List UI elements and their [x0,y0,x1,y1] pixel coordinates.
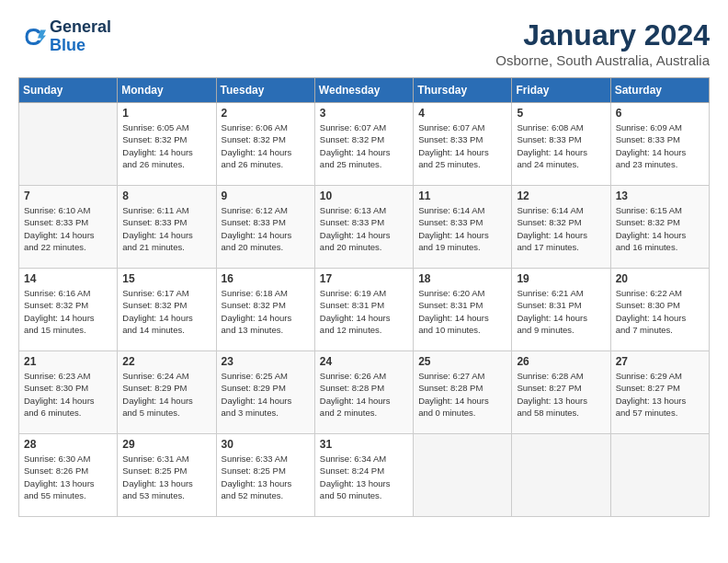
day-info: Sunrise: 6:34 AM Sunset: 8:24 PM Dayligh… [320,453,408,501]
calendar-cell: 3Sunrise: 6:07 AM Sunset: 8:32 PM Daylig… [314,103,413,186]
day-number: 17 [320,272,408,285]
day-number: 5 [517,107,605,120]
day-info: Sunrise: 6:17 AM Sunset: 8:32 PM Dayligh… [122,287,210,336]
day-info: Sunrise: 6:06 AM Sunset: 8:32 PM Dayligh… [222,121,310,170]
calendar-table: SundayMondayTuesdayWednesdayThursdayFrid… [18,77,710,517]
day-number: 10 [320,190,408,202]
calendar-cell: 26Sunrise: 6:28 AM Sunset: 8:27 PM Dayli… [512,351,610,434]
calendar-cell: 29Sunrise: 6:31 AM Sunset: 8:25 PM Dayli… [118,434,216,517]
day-number: 7 [24,190,112,202]
calendar-week-row: 14Sunrise: 6:16 AM Sunset: 8:32 PM Dayli… [19,269,710,351]
day-number: 30 [222,438,310,451]
day-number: 28 [24,438,112,451]
day-info: Sunrise: 6:21 AM Sunset: 8:31 PM Dayligh… [517,287,605,336]
day-info: Sunrise: 6:16 AM Sunset: 8:32 PM Dayligh… [24,287,112,336]
day-number: 19 [517,272,605,285]
day-number: 4 [418,107,506,120]
weekday-header: Monday [118,78,216,103]
day-info: Sunrise: 6:19 AM Sunset: 8:31 PM Dayligh… [320,287,408,336]
day-info: Sunrise: 6:14 AM Sunset: 8:33 PM Dayligh… [418,204,506,253]
weekday-header: Sunday [19,78,118,103]
calendar-week-row: 7Sunrise: 6:10 AM Sunset: 8:33 PM Daylig… [19,186,710,269]
weekday-header: Friday [512,78,610,103]
day-info: Sunrise: 6:22 AM Sunset: 8:30 PM Dayligh… [616,287,704,336]
day-info: Sunrise: 6:15 AM Sunset: 8:32 PM Dayligh… [616,204,704,253]
day-number: 12 [517,190,605,202]
day-info: Sunrise: 6:05 AM Sunset: 8:32 PM Dayligh… [122,121,210,170]
day-info: Sunrise: 6:07 AM Sunset: 8:33 PM Dayligh… [418,121,506,170]
day-info: Sunrise: 6:13 AM Sunset: 8:33 PM Dayligh… [320,204,408,253]
calendar-cell: 6Sunrise: 6:09 AM Sunset: 8:33 PM Daylig… [610,103,709,186]
day-info: Sunrise: 6:07 AM Sunset: 8:32 PM Dayligh… [320,121,408,170]
logo: General Blue [18,18,111,55]
day-number: 24 [320,355,408,368]
calendar-cell: 13Sunrise: 6:15 AM Sunset: 8:32 PM Dayli… [610,186,709,269]
day-info: Sunrise: 6:28 AM Sunset: 8:27 PM Dayligh… [517,370,605,419]
calendar-week-row: 21Sunrise: 6:23 AM Sunset: 8:30 PM Dayli… [19,351,710,434]
calendar-cell: 16Sunrise: 6:18 AM Sunset: 8:32 PM Dayli… [216,269,314,351]
calendar-cell: 25Sunrise: 6:27 AM Sunset: 8:28 PM Dayli… [414,351,512,434]
weekday-header: Saturday [610,78,709,103]
calendar-cell: 30Sunrise: 6:33 AM Sunset: 8:25 PM Dayli… [216,434,314,517]
calendar-cell: 7Sunrise: 6:10 AM Sunset: 8:33 PM Daylig… [19,186,118,269]
calendar-cell: 17Sunrise: 6:19 AM Sunset: 8:31 PM Dayli… [314,269,413,351]
day-info: Sunrise: 6:12 AM Sunset: 8:33 PM Dayligh… [222,204,310,253]
day-info: Sunrise: 6:33 AM Sunset: 8:25 PM Dayligh… [222,453,310,501]
calendar-cell: 14Sunrise: 6:16 AM Sunset: 8:32 PM Dayli… [19,269,118,351]
calendar-cell [19,103,118,186]
calendar-cell: 24Sunrise: 6:26 AM Sunset: 8:28 PM Dayli… [314,351,413,434]
day-number: 18 [418,272,506,285]
day-number: 16 [222,272,310,285]
day-number: 21 [24,355,112,368]
day-number: 3 [320,107,408,120]
day-info: Sunrise: 6:14 AM Sunset: 8:32 PM Dayligh… [517,204,605,253]
day-info: Sunrise: 6:29 AM Sunset: 8:27 PM Dayligh… [616,370,704,419]
day-info: Sunrise: 6:11 AM Sunset: 8:33 PM Dayligh… [122,204,210,253]
day-number: 29 [122,438,210,451]
calendar-cell: 22Sunrise: 6:24 AM Sunset: 8:29 PM Dayli… [118,351,216,434]
day-info: Sunrise: 6:31 AM Sunset: 8:25 PM Dayligh… [122,453,210,501]
calendar-cell: 11Sunrise: 6:14 AM Sunset: 8:33 PM Dayli… [414,186,512,269]
day-number: 11 [418,190,506,202]
weekday-header: Thursday [414,78,512,103]
day-number: 15 [122,272,210,285]
day-info: Sunrise: 6:09 AM Sunset: 8:33 PM Dayligh… [616,121,704,170]
calendar-week-row: 28Sunrise: 6:30 AM Sunset: 8:26 PM Dayli… [19,434,710,517]
logo-text: General Blue [50,18,111,55]
day-number: 9 [222,190,310,202]
day-number: 26 [517,355,605,368]
weekday-header: Tuesday [216,78,314,103]
calendar-cell: 8Sunrise: 6:11 AM Sunset: 8:33 PM Daylig… [118,186,216,269]
calendar-cell: 2Sunrise: 6:06 AM Sunset: 8:32 PM Daylig… [216,103,314,186]
calendar-cell [610,434,709,517]
day-info: Sunrise: 6:20 AM Sunset: 8:31 PM Dayligh… [418,287,506,336]
calendar-header-row: SundayMondayTuesdayWednesdayThursdayFrid… [19,78,710,103]
calendar-cell: 23Sunrise: 6:25 AM Sunset: 8:29 PM Dayli… [216,351,314,434]
day-info: Sunrise: 6:08 AM Sunset: 8:33 PM Dayligh… [517,121,605,170]
day-number: 22 [122,355,210,368]
day-number: 31 [320,438,408,451]
calendar-cell [414,434,512,517]
calendar-cell: 15Sunrise: 6:17 AM Sunset: 8:32 PM Dayli… [118,269,216,351]
calendar-cell: 12Sunrise: 6:14 AM Sunset: 8:32 PM Dayli… [512,186,610,269]
location: Osborne, South Australia, Australia [495,52,710,68]
day-info: Sunrise: 6:23 AM Sunset: 8:30 PM Dayligh… [24,370,112,419]
calendar-body: 1Sunrise: 6:05 AM Sunset: 8:32 PM Daylig… [19,103,710,517]
calendar-cell: 19Sunrise: 6:21 AM Sunset: 8:31 PM Dayli… [512,269,610,351]
calendar-cell: 9Sunrise: 6:12 AM Sunset: 8:33 PM Daylig… [216,186,314,269]
calendar-cell: 10Sunrise: 6:13 AM Sunset: 8:33 PM Dayli… [314,186,413,269]
day-info: Sunrise: 6:24 AM Sunset: 8:29 PM Dayligh… [122,370,210,419]
calendar-cell: 28Sunrise: 6:30 AM Sunset: 8:26 PM Dayli… [19,434,118,517]
day-number: 14 [24,272,112,285]
calendar-cell: 21Sunrise: 6:23 AM Sunset: 8:30 PM Dayli… [19,351,118,434]
day-number: 2 [222,107,310,120]
day-number: 6 [616,107,704,120]
day-number: 1 [122,107,210,120]
day-number: 20 [616,272,704,285]
day-info: Sunrise: 6:30 AM Sunset: 8:26 PM Dayligh… [24,453,112,501]
calendar-cell: 5Sunrise: 6:08 AM Sunset: 8:33 PM Daylig… [512,103,610,186]
calendar-cell: 18Sunrise: 6:20 AM Sunset: 8:31 PM Dayli… [414,269,512,351]
page-header: General Blue January 2024 Osborne, South… [18,18,710,68]
calendar-cell: 20Sunrise: 6:22 AM Sunset: 8:30 PM Dayli… [610,269,709,351]
calendar-cell [512,434,610,517]
